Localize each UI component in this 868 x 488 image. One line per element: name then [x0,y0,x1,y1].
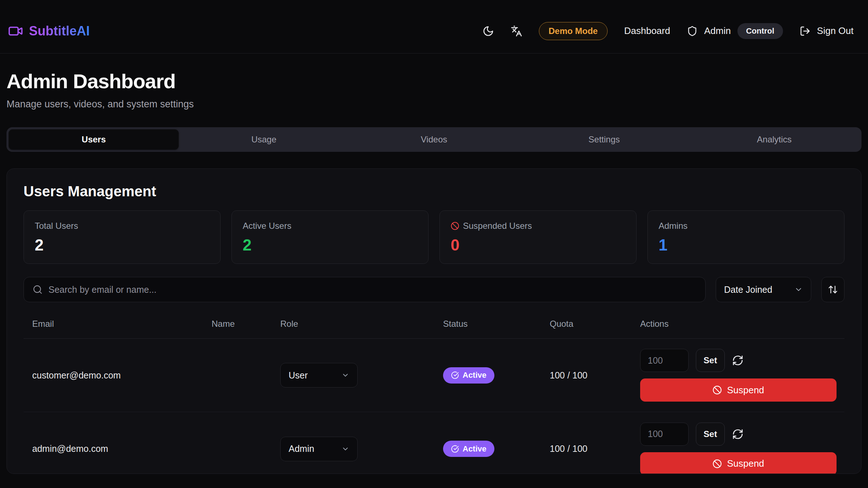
ban-icon [451,222,459,230]
control-badge: Control [737,23,783,39]
admin-label: Admin [704,25,731,37]
suspend-button[interactable]: Suspend [640,452,837,474]
page-subtitle: Manage users, videos, and system setting… [7,99,861,110]
tab-users[interactable]: Users [9,129,179,150]
stat-value: 2 [243,236,417,254]
sort-field-select[interactable]: Date Joined [716,277,811,302]
shield-icon [687,26,698,37]
table-row: customer@demo.com User Ac [24,339,844,412]
row-actions: Set Suspend [640,423,844,474]
log-out-icon [800,26,810,37]
col-header-name: Name [212,319,280,329]
theme-toggle-button[interactable] [482,25,494,37]
table-header-row: Email Name Role Status Quota Actions [24,308,844,339]
quota-input[interactable] [640,423,689,446]
search-box [24,277,706,302]
quota-value: 100 / 100 [550,370,640,381]
sort-direction-button[interactable] [821,277,844,302]
stat-suspended-users: Suspended Users 0 [439,210,637,264]
role-value: Admin [289,444,314,454]
demo-mode-badge: Demo Mode [539,22,608,40]
refresh-icon [732,355,744,366]
moon-icon [482,25,494,37]
status-label: Active [463,444,486,454]
ban-icon [712,459,722,468]
nav-link-dashboard[interactable]: Dashboard [624,25,670,37]
stat-active-users: Active Users 2 [231,210,429,264]
suspend-label: Suspend [727,458,764,469]
user-email: customer@demo.com [24,370,212,381]
page-title: Admin Dashboard [7,69,861,93]
ban-icon [712,385,722,395]
stat-label: Active Users [243,221,417,231]
search-icon [33,284,43,295]
table-row: admin@demo.com Admin Acti [24,412,844,474]
nav-right: Demo Mode Dashboard Admin Control Sign O… [482,22,854,40]
search-input[interactable] [48,284,697,295]
col-header-actions: Actions [640,319,844,329]
col-header-status: Status [443,319,550,329]
tab-bar: Users Usage Videos Settings Analytics [7,127,861,152]
status-badge: Active [443,367,494,384]
language-toggle-button[interactable] [511,25,522,37]
stat-value: 0 [451,236,625,254]
row-actions: Set Suspend [640,349,844,402]
role-select[interactable]: User [280,363,358,388]
status-label: Active [463,371,486,380]
arrow-up-down-icon [828,284,838,295]
col-header-email: Email [24,319,212,329]
refresh-icon [732,428,744,440]
stat-label: Suspended Users [463,221,532,231]
table-controls: Date Joined [24,277,844,302]
stat-admins: Admins 1 [647,210,844,264]
col-header-quota: Quota [550,319,640,329]
set-quota-button[interactable]: Set [696,349,725,372]
quota-input[interactable] [640,349,689,372]
admin-role-group: Admin Control [687,23,783,39]
tab-videos[interactable]: Videos [349,129,519,150]
section-title: Users Management [24,183,844,200]
circle-check-icon [451,371,459,379]
stats-row: Total Users 2 Active Users 2 Suspended U… [24,210,844,264]
reset-quota-button[interactable] [732,355,744,366]
page-header: Admin Dashboard Manage users, videos, an… [7,69,861,110]
role-value: User [289,370,308,381]
stat-label: Total Users [35,221,209,231]
sign-out-button[interactable]: Sign Out [800,25,854,37]
languages-icon [511,25,522,37]
reset-quota-button[interactable] [732,428,744,440]
suspend-label: Suspend [727,385,764,396]
status-badge: Active [443,441,494,457]
circle-check-icon [451,445,459,453]
col-header-role: Role [280,319,443,329]
users-table: Email Name Role Status Quota Actions cus… [24,308,844,474]
stat-label-wrap: Suspended Users [451,221,625,231]
users-management-card: Users Management Total Users 2 Active Us… [7,168,861,474]
chevron-down-icon [341,445,349,453]
chevron-down-icon [794,285,803,294]
stat-label: Admins [659,221,833,231]
stat-value: 2 [35,236,209,254]
quota-value: 100 / 100 [550,444,640,454]
sign-out-label: Sign Out [817,25,854,37]
suspend-button[interactable]: Suspend [640,378,837,402]
tab-analytics[interactable]: Analytics [689,129,859,150]
chevron-down-icon [341,371,349,379]
sort-field-value: Date Joined [724,284,772,295]
brand-logo[interactable]: SubtitleAI [8,23,90,39]
tab-settings[interactable]: Settings [519,129,689,150]
brand-name: SubtitleAI [29,23,90,39]
role-select[interactable]: Admin [280,437,358,461]
top-nav: SubtitleAI Demo Mode Dashboard Admin Con… [0,0,868,53]
video-camera-icon [8,23,23,39]
tab-usage[interactable]: Usage [179,129,349,150]
set-quota-button[interactable]: Set [696,423,725,446]
stat-value: 1 [659,236,833,254]
user-email: admin@demo.com [24,444,212,454]
stat-total-users: Total Users 2 [24,210,221,264]
